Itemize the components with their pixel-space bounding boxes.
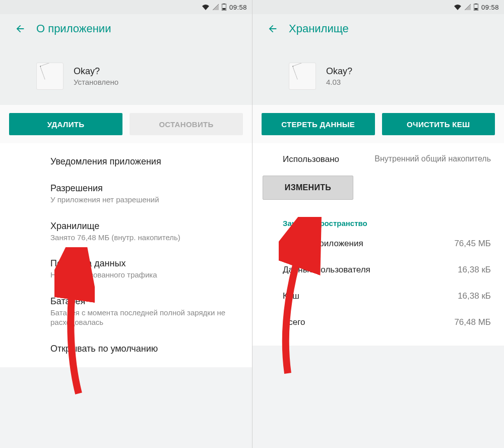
item-data-usage[interactable]: Передача данных Нет использованного траф…	[0, 250, 252, 288]
svg-rect-1	[223, 4, 225, 5]
change-storage-button[interactable]: ИЗМЕНИТЬ	[263, 176, 353, 200]
app-status: Установлено	[74, 78, 118, 86]
row-label: Всего	[283, 317, 454, 327]
screen-storage: 09:58 Хранилище Okay? 4.03 СТЕРЕТЬ ДАННЫ…	[252, 0, 504, 448]
battery-icon	[474, 4, 478, 11]
row-label: Кеш	[283, 291, 458, 301]
action-buttons: УДАЛИТЬ ОСТАНОВИТЬ	[0, 105, 252, 143]
back-button[interactable]	[10, 19, 30, 39]
item-label: Передача данных	[50, 258, 241, 269]
item-sublabel: Батарея с момента последней полной заряд…	[50, 308, 241, 327]
row-cache: Кеш 16,38 кБ	[253, 283, 504, 309]
item-label: Разрешения	[50, 183, 241, 194]
row-label: Размер приложения	[283, 239, 454, 249]
app-bar: О приложении	[0, 14, 252, 43]
back-button[interactable]	[263, 19, 283, 39]
app-bar: Хранилище	[253, 14, 504, 43]
row-value: 76,45 МБ	[454, 239, 491, 249]
row-app-size: Размер приложения 76,45 МБ	[253, 231, 504, 257]
row-total: Всего 76,48 МБ	[253, 309, 504, 335]
svg-rect-4	[475, 4, 477, 5]
settings-list: Уведомления приложения Разрешения У прил…	[0, 143, 252, 367]
item-sublabel: У приложения нет разрешений	[50, 195, 241, 205]
item-storage[interactable]: Хранилище Занято 76,48 МБ (внутр. накопи…	[0, 213, 252, 251]
status-bar: 09:58	[0, 0, 252, 14]
app-icon	[289, 63, 316, 90]
clear-cache-button[interactable]: ОЧИСТИТЬ КЕШ	[382, 113, 495, 135]
item-battery[interactable]: Батарея Батарея с момента последней полн…	[0, 288, 252, 335]
uninstall-button[interactable]: УДАЛИТЬ	[9, 113, 122, 135]
item-sublabel: Нет использованного трафика	[50, 270, 241, 280]
action-buttons: СТЕРЕТЬ ДАННЫЕ ОЧИСТИТЬ КЕШ	[253, 105, 504, 143]
clock-text: 09:58	[229, 4, 247, 11]
section-title: Занятое пространство	[253, 210, 504, 231]
item-label: Батарея	[50, 296, 241, 307]
wifi-icon	[202, 4, 210, 10]
item-notifications[interactable]: Уведомления приложения	[0, 148, 252, 175]
force-stop-button: ОСТАНОВИТЬ	[130, 113, 243, 135]
screen-app-info: 09:58 О приложении Okay? Установлено УДА…	[0, 0, 252, 448]
app-name: Okay?	[74, 66, 118, 77]
battery-icon	[222, 4, 226, 11]
row-value: 16,38 кБ	[458, 291, 491, 301]
svg-rect-2	[222, 8, 225, 10]
usage-label: Использовано	[283, 154, 353, 164]
row-value: 76,48 МБ	[454, 317, 491, 327]
item-permissions[interactable]: Разрешения У приложения нет разрешений	[0, 175, 252, 213]
clock-text: 09:58	[481, 4, 499, 11]
app-version: 4.03	[326, 78, 352, 86]
svg-rect-5	[474, 8, 477, 10]
app-header: Okay? 4.03	[253, 43, 504, 105]
item-label: Открывать по умолчанию	[50, 344, 241, 354]
row-label: Данные пользователя	[283, 265, 458, 275]
item-open-default[interactable]: Открывать по умолчанию	[0, 335, 252, 362]
item-label: Уведомления приложения	[50, 156, 241, 167]
clear-data-button[interactable]: СТЕРЕТЬ ДАННЫЕ	[262, 113, 375, 135]
signal-icon	[213, 4, 219, 10]
app-icon	[36, 63, 64, 90]
item-sublabel: Занято 76,48 МБ (внутр. накопитель)	[50, 233, 241, 243]
page-title: Хранилище	[289, 22, 349, 35]
wifi-icon	[454, 4, 462, 10]
usage-location: Внутренний общий накопитель	[353, 154, 491, 164]
signal-icon	[465, 4, 471, 10]
storage-usage-row: Использовано Внутренний общий накопитель	[253, 143, 504, 170]
row-user-data: Данные пользователя 16,38 кБ	[253, 257, 504, 283]
status-bar: 09:58	[253, 0, 504, 14]
app-header: Okay? Установлено	[0, 43, 252, 105]
row-value: 16,38 кБ	[458, 265, 491, 275]
app-name: Okay?	[326, 66, 352, 77]
item-label: Хранилище	[50, 221, 241, 232]
page-title: О приложении	[36, 22, 111, 35]
